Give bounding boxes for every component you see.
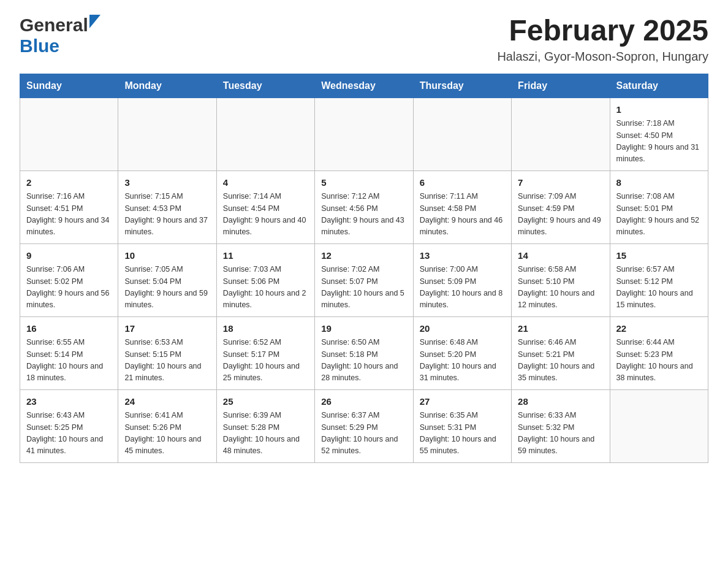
calendar-week-row: 1Sunrise: 7:18 AM Sunset: 4:50 PM Daylig… [20, 98, 708, 170]
logo-blue-text: Blue [20, 36, 59, 56]
table-row: 20Sunrise: 6:48 AM Sunset: 5:20 PM Dayli… [413, 316, 511, 389]
day-info: Sunrise: 6:52 AM Sunset: 5:17 PM Dayligh… [223, 337, 308, 385]
page-header: General Blue February 2025 Halaszi, Gyor… [20, 15, 708, 64]
table-row: 11Sunrise: 7:03 AM Sunset: 5:06 PM Dayli… [216, 243, 314, 316]
table-row [610, 389, 708, 462]
table-row: 22Sunrise: 6:44 AM Sunset: 5:23 PM Dayli… [610, 316, 708, 389]
day-number: 26 [321, 395, 406, 409]
day-info: Sunrise: 6:55 AM Sunset: 5:14 PM Dayligh… [26, 337, 112, 385]
day-number: 22 [616, 322, 702, 336]
day-info: Sunrise: 6:37 AM Sunset: 5:29 PM Dayligh… [321, 410, 406, 458]
day-number: 20 [420, 322, 505, 336]
table-row: 17Sunrise: 6:53 AM Sunset: 5:15 PM Dayli… [118, 316, 216, 389]
day-number: 3 [124, 176, 210, 190]
table-row: 2Sunrise: 7:16 AM Sunset: 4:51 PM Daylig… [20, 170, 118, 243]
day-info: Sunrise: 7:08 AM Sunset: 5:01 PM Dayligh… [616, 191, 702, 239]
table-row: 7Sunrise: 7:09 AM Sunset: 4:59 PM Daylig… [512, 170, 610, 243]
day-number: 7 [518, 176, 603, 190]
day-info: Sunrise: 6:43 AM Sunset: 5:25 PM Dayligh… [26, 410, 112, 458]
col-sunday: Sunday [20, 74, 118, 98]
table-row: 28Sunrise: 6:33 AM Sunset: 5:32 PM Dayli… [512, 389, 610, 462]
calendar-week-row: 16Sunrise: 6:55 AM Sunset: 5:14 PM Dayli… [20, 316, 708, 389]
day-info: Sunrise: 7:12 AM Sunset: 4:56 PM Dayligh… [321, 191, 406, 239]
day-number: 9 [26, 249, 112, 263]
table-row: 21Sunrise: 6:46 AM Sunset: 5:21 PM Dayli… [512, 316, 610, 389]
col-monday: Monday [118, 74, 216, 98]
table-row: 18Sunrise: 6:52 AM Sunset: 5:17 PM Dayli… [216, 316, 314, 389]
day-number: 24 [124, 395, 210, 409]
day-number: 12 [321, 249, 406, 263]
table-row [20, 98, 118, 170]
day-number: 16 [26, 322, 112, 336]
day-number: 2 [26, 176, 112, 190]
day-info: Sunrise: 7:02 AM Sunset: 5:07 PM Dayligh… [321, 264, 406, 312]
svg-marker-0 [89, 15, 100, 28]
day-info: Sunrise: 6:46 AM Sunset: 5:21 PM Dayligh… [518, 337, 603, 385]
table-row: 25Sunrise: 6:39 AM Sunset: 5:28 PM Dayli… [216, 389, 314, 462]
table-row: 1Sunrise: 7:18 AM Sunset: 4:50 PM Daylig… [610, 98, 708, 170]
table-row: 23Sunrise: 6:43 AM Sunset: 5:25 PM Dayli… [20, 389, 118, 462]
day-number: 25 [223, 395, 308, 409]
table-row [315, 98, 413, 170]
day-info: Sunrise: 6:57 AM Sunset: 5:12 PM Dayligh… [616, 264, 702, 312]
table-row: 12Sunrise: 7:02 AM Sunset: 5:07 PM Dayli… [315, 243, 413, 316]
col-saturday: Saturday [610, 74, 708, 98]
table-row [512, 98, 610, 170]
calendar-week-row: 9Sunrise: 7:06 AM Sunset: 5:02 PM Daylig… [20, 243, 708, 316]
table-row [216, 98, 314, 170]
day-number: 4 [223, 176, 308, 190]
day-number: 11 [223, 249, 308, 263]
logo-general-text: General [20, 15, 88, 36]
day-info: Sunrise: 7:06 AM Sunset: 5:02 PM Dayligh… [26, 264, 112, 312]
day-number: 10 [124, 249, 210, 263]
day-number: 5 [321, 176, 406, 190]
table-row: 4Sunrise: 7:14 AM Sunset: 4:54 PM Daylig… [216, 170, 314, 243]
day-info: Sunrise: 6:58 AM Sunset: 5:10 PM Dayligh… [518, 264, 603, 312]
day-number: 17 [124, 322, 210, 336]
logo-triangle-icon [89, 15, 100, 31]
day-info: Sunrise: 6:53 AM Sunset: 5:15 PM Dayligh… [124, 337, 210, 385]
day-info: Sunrise: 7:14 AM Sunset: 4:54 PM Dayligh… [223, 191, 308, 239]
table-row: 24Sunrise: 6:41 AM Sunset: 5:26 PM Dayli… [118, 389, 216, 462]
calendar-week-row: 2Sunrise: 7:16 AM Sunset: 4:51 PM Daylig… [20, 170, 708, 243]
day-number: 19 [321, 322, 406, 336]
table-row: 14Sunrise: 6:58 AM Sunset: 5:10 PM Dayli… [512, 243, 610, 316]
day-info: Sunrise: 6:44 AM Sunset: 5:23 PM Dayligh… [616, 337, 702, 385]
day-info: Sunrise: 7:15 AM Sunset: 4:53 PM Dayligh… [124, 191, 210, 239]
day-number: 13 [420, 249, 505, 263]
table-row: 19Sunrise: 6:50 AM Sunset: 5:18 PM Dayli… [315, 316, 413, 389]
table-row: 16Sunrise: 6:55 AM Sunset: 5:14 PM Dayli… [20, 316, 118, 389]
table-row: 5Sunrise: 7:12 AM Sunset: 4:56 PM Daylig… [315, 170, 413, 243]
day-info: Sunrise: 6:33 AM Sunset: 5:32 PM Dayligh… [518, 410, 603, 458]
day-number: 23 [26, 395, 112, 409]
day-number: 27 [420, 395, 505, 409]
table-row: 13Sunrise: 7:00 AM Sunset: 5:09 PM Dayli… [413, 243, 511, 316]
table-row: 8Sunrise: 7:08 AM Sunset: 5:01 PM Daylig… [610, 170, 708, 243]
day-number: 21 [518, 322, 603, 336]
table-row [118, 98, 216, 170]
logo: General Blue [20, 15, 100, 56]
day-info: Sunrise: 7:18 AM Sunset: 4:50 PM Dayligh… [616, 118, 702, 166]
day-info: Sunrise: 6:50 AM Sunset: 5:18 PM Dayligh… [321, 337, 406, 385]
calendar-week-row: 23Sunrise: 6:43 AM Sunset: 5:25 PM Dayli… [20, 389, 708, 462]
col-tuesday: Tuesday [216, 74, 314, 98]
day-number: 6 [420, 176, 505, 190]
table-row: 10Sunrise: 7:05 AM Sunset: 5:04 PM Dayli… [118, 243, 216, 316]
calendar-table: Sunday Monday Tuesday Wednesday Thursday… [20, 74, 708, 463]
day-info: Sunrise: 7:09 AM Sunset: 4:59 PM Dayligh… [518, 191, 603, 239]
table-row [413, 98, 511, 170]
table-row: 26Sunrise: 6:37 AM Sunset: 5:29 PM Dayli… [315, 389, 413, 462]
month-title: February 2025 [497, 15, 708, 47]
day-info: Sunrise: 6:48 AM Sunset: 5:20 PM Dayligh… [420, 337, 505, 385]
day-number: 15 [616, 249, 702, 263]
day-number: 1 [616, 103, 702, 117]
day-info: Sunrise: 6:41 AM Sunset: 5:26 PM Dayligh… [124, 410, 210, 458]
day-info: Sunrise: 7:00 AM Sunset: 5:09 PM Dayligh… [420, 264, 505, 312]
col-friday: Friday [512, 74, 610, 98]
table-row: 15Sunrise: 6:57 AM Sunset: 5:12 PM Dayli… [610, 243, 708, 316]
header-right: February 2025 Halaszi, Gyor-Moson-Sopron… [497, 15, 708, 64]
day-info: Sunrise: 6:39 AM Sunset: 5:28 PM Dayligh… [223, 410, 308, 458]
day-info: Sunrise: 7:16 AM Sunset: 4:51 PM Dayligh… [26, 191, 112, 239]
day-number: 18 [223, 322, 308, 336]
day-info: Sunrise: 7:05 AM Sunset: 5:04 PM Dayligh… [124, 264, 210, 312]
